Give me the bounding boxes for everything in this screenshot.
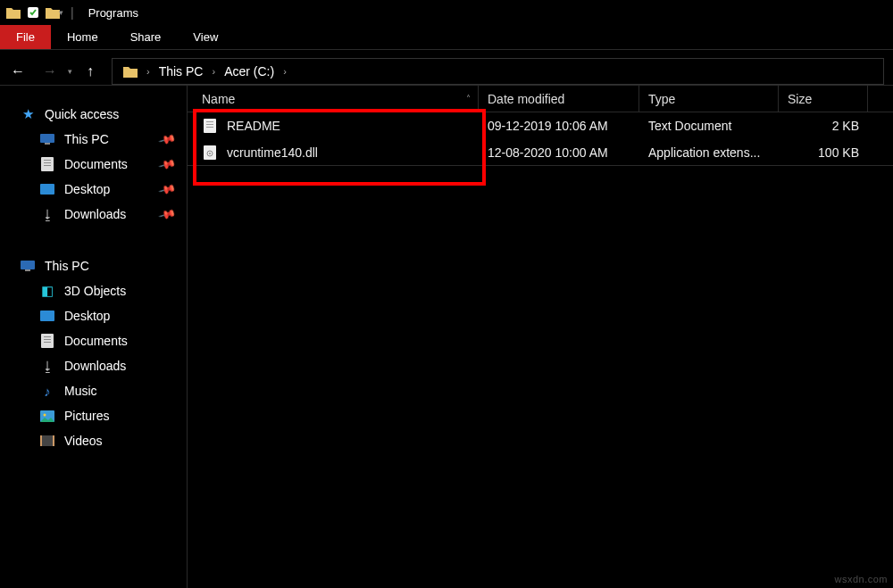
title-bar: ▾ | Programs xyxy=(0,0,893,25)
download-icon: ⭳ xyxy=(39,358,55,374)
star-icon: ★ xyxy=(20,106,36,122)
chevron-right-icon[interactable]: › xyxy=(280,66,290,77)
tab-view[interactable]: View xyxy=(177,25,234,49)
sidebar-item-pictures[interactable]: Pictures xyxy=(0,403,187,428)
column-label: Name xyxy=(202,92,235,106)
file-name: vcruntime140.dll xyxy=(227,145,318,160)
sidebar-item-videos[interactable]: Videos xyxy=(0,428,187,453)
history-dropdown-icon[interactable]: ▾ xyxy=(68,67,72,76)
svg-rect-21 xyxy=(206,121,213,122)
document-icon xyxy=(39,156,55,172)
up-button[interactable]: ↑ xyxy=(87,63,94,79)
sidebar-item-documents[interactable]: Documents 📌 xyxy=(0,152,187,177)
chevron-right-icon[interactable]: › xyxy=(208,66,219,77)
file-type: Text Document xyxy=(639,112,779,139)
file-list-pane: Name ˄ Date modified Type Size README 09… xyxy=(188,86,893,588)
pin-icon: 📌 xyxy=(157,130,176,149)
sidebar-item-desktop[interactable]: Desktop xyxy=(0,303,187,328)
sort-indicator-icon: ˄ xyxy=(466,94,471,104)
pc-icon xyxy=(39,131,55,147)
svg-rect-7 xyxy=(40,184,54,195)
file-date: 12-08-2020 10:00 AM xyxy=(479,139,639,165)
breadcrumb-seg[interactable]: This PC xyxy=(154,64,209,79)
sidebar-label: Pictures xyxy=(64,409,110,423)
file-rows: README 09-12-2019 10:06 AM Text Document… xyxy=(188,112,893,166)
pictures-icon xyxy=(39,408,55,424)
svg-rect-12 xyxy=(44,336,51,337)
folder-icon xyxy=(5,4,21,21)
title-separator: | xyxy=(71,5,74,20)
sidebar-label: This PC xyxy=(64,132,109,146)
pin-icon: 📌 xyxy=(157,205,176,224)
svg-rect-22 xyxy=(206,124,213,125)
file-row[interactable]: vcruntime140.dll 12-08-2020 10:00 AM App… xyxy=(188,139,893,166)
column-header-size[interactable]: Size xyxy=(779,86,868,112)
svg-rect-20 xyxy=(204,119,216,133)
document-icon xyxy=(39,333,55,349)
pin-icon: 📌 xyxy=(157,180,176,199)
file-type: Application extens... xyxy=(639,139,779,165)
sidebar-label: Documents xyxy=(64,157,128,171)
svg-rect-8 xyxy=(21,261,35,269)
back-button[interactable]: ← xyxy=(9,63,27,79)
navigation-pane: ★ Quick access This PC 📌 Documents 📌 Des… xyxy=(0,86,188,588)
svg-rect-11 xyxy=(41,334,54,348)
svg-point-16 xyxy=(44,413,46,416)
svg-rect-1 xyxy=(40,134,54,143)
qa-dropdown-icon[interactable]: ▾ xyxy=(59,8,63,17)
download-icon: ⭳ xyxy=(39,206,55,222)
svg-rect-13 xyxy=(44,339,51,340)
sidebar-label: Downloads xyxy=(64,359,126,373)
svg-rect-3 xyxy=(41,157,54,171)
watermark: wsxdn.com xyxy=(834,574,888,584)
sidebar-quick-access[interactable]: ★ Quick access xyxy=(0,102,187,127)
column-header-date[interactable]: Date modified xyxy=(479,86,639,112)
window-title: Programs xyxy=(88,6,138,20)
nav-bar: ← → ▾ ↑ › This PC › Acer (C:) › xyxy=(0,50,893,86)
forward-button[interactable]: → xyxy=(41,63,59,79)
file-date: 09-12-2019 10:06 AM xyxy=(479,112,639,139)
sidebar-label: This PC xyxy=(45,259,89,273)
videos-icon xyxy=(39,433,55,449)
sidebar-item-downloads[interactable]: ⭳ Downloads xyxy=(0,353,187,378)
file-row[interactable]: README 09-12-2019 10:06 AM Text Document… xyxy=(188,112,893,139)
file-size: 2 KB xyxy=(779,112,868,139)
address-root-icon[interactable] xyxy=(118,65,143,78)
svg-rect-10 xyxy=(40,311,54,321)
file-size: 100 KB xyxy=(779,139,868,165)
dll-file-icon xyxy=(202,145,218,161)
ribbon-tabs: File Home Share View xyxy=(0,25,893,50)
sidebar-item-this-pc[interactable]: This PC 📌 xyxy=(0,127,187,152)
svg-rect-5 xyxy=(44,162,51,163)
sidebar-label: 3D Objects xyxy=(64,284,126,298)
sidebar-item-3d-objects[interactable]: ◧ 3D Objects xyxy=(0,278,187,303)
sidebar-label: Music xyxy=(64,384,97,398)
sidebar-item-documents[interactable]: Documents xyxy=(0,328,187,353)
svg-rect-17 xyxy=(40,435,54,446)
sidebar-item-desktop[interactable]: Desktop 📌 xyxy=(0,177,187,202)
chevron-right-icon[interactable]: › xyxy=(143,66,154,77)
column-header-name[interactable]: Name ˄ xyxy=(188,86,479,112)
column-header-type[interactable]: Type xyxy=(639,86,779,112)
tab-home[interactable]: Home xyxy=(51,25,114,49)
desktop-icon xyxy=(39,181,55,197)
address-bar[interactable]: › This PC › Acer (C:) › xyxy=(112,58,884,85)
sidebar-item-music[interactable]: ♪ Music xyxy=(0,378,187,403)
svg-point-26 xyxy=(209,153,211,154)
text-file-icon xyxy=(202,118,218,134)
pin-icon: 📌 xyxy=(157,155,176,174)
save-icon[interactable] xyxy=(25,4,41,21)
breadcrumb-seg[interactable]: Acer (C:) xyxy=(219,64,280,79)
desktop-icon xyxy=(39,308,55,324)
sidebar-label: Downloads xyxy=(64,207,126,221)
sidebar-this-pc[interactable]: This PC xyxy=(0,253,187,278)
svg-rect-4 xyxy=(44,160,51,161)
sidebar-item-downloads[interactable]: ⭳ Downloads 📌 xyxy=(0,202,187,227)
sidebar-label: Desktop xyxy=(64,182,110,196)
sidebar-label: Documents xyxy=(64,334,128,348)
svg-rect-14 xyxy=(44,342,51,343)
music-icon: ♪ xyxy=(39,383,55,399)
tab-share[interactable]: Share xyxy=(114,25,178,49)
tab-file[interactable]: File xyxy=(0,25,51,49)
sidebar-label: Desktop xyxy=(64,309,110,323)
